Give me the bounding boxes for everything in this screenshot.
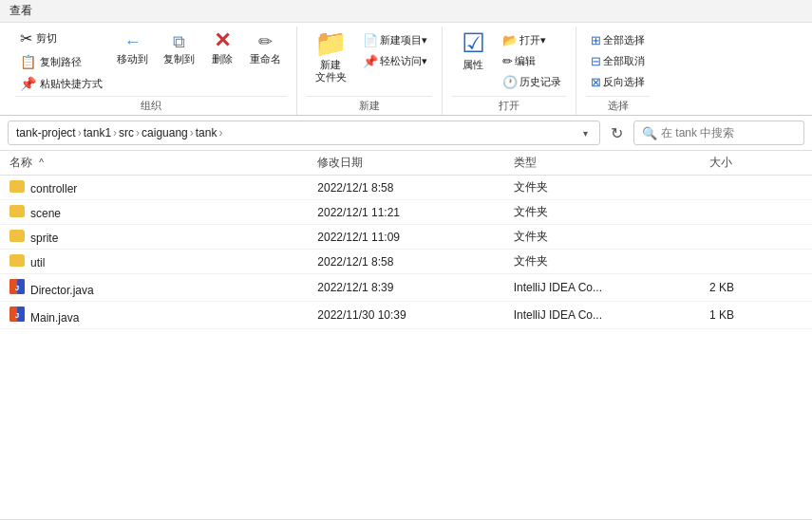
path-segment-4[interactable]: tank (196, 126, 217, 139)
history-button[interactable]: 历史记录 (498, 72, 566, 92)
easy-access-button[interactable]: 轻松访问▾ (358, 51, 432, 71)
new-item-button[interactable]: 新建项目▾ (358, 30, 432, 50)
copy-path-button[interactable]: 复制路径 (15, 51, 107, 72)
svg-text:J: J (15, 284, 19, 292)
file-list: 名称 ^ 修改日期 类型 大小 controller2022/12/1 8:58… (0, 151, 812, 519)
copy-button[interactable]: 复制到 (158, 27, 200, 69)
col-header-date[interactable]: 修改日期 (308, 151, 503, 176)
file-type: IntelliJ IDEA Co... (504, 274, 700, 302)
rename-button[interactable]: 重命名 (244, 27, 287, 69)
file-name: controller (30, 182, 77, 195)
search-icon: 🔍 (642, 126, 657, 140)
invert-select-button[interactable]: 反向选择 (586, 72, 650, 92)
path-segment-1[interactable]: tank1 (84, 126, 111, 139)
file-area: 名称 ^ 修改日期 类型 大小 controller2022/12/1 8:58… (0, 151, 812, 519)
path-segment-3[interactable]: caiguang (142, 126, 188, 139)
col-header-type[interactable]: 类型 (504, 151, 700, 176)
new-item-icon (363, 33, 378, 47)
edit-icon (502, 54, 513, 68)
file-type: 文件夹 (504, 176, 700, 200)
folder-icon (9, 180, 25, 193)
properties-button[interactable]: 属性 (452, 27, 494, 75)
paste-icon (20, 76, 36, 91)
open-icon (502, 33, 518, 47)
file-size (700, 225, 812, 250)
file-size (700, 176, 812, 200)
file-date: 2022/11/30 10:39 (308, 301, 503, 328)
folder-icon (9, 205, 25, 217)
svg-text:J: J (15, 311, 19, 320)
java-icon: J (9, 279, 25, 294)
cut-icon (20, 29, 32, 47)
address-dropdown-arrow[interactable]: ▾ (579, 128, 592, 139)
file-name: util (30, 256, 45, 269)
move-icon (124, 30, 142, 51)
file-size (700, 250, 812, 274)
table-row[interactable]: sprite2022/12/1 11:09文件夹 (0, 225, 812, 250)
folder-icon (9, 230, 25, 242)
table-row[interactable]: JMain.java2022/11/30 10:39IntelliJ IDEA … (0, 301, 812, 328)
cut-button[interactable]: 剪切 (15, 27, 107, 50)
ribbon-toolbar: 剪切 复制路径 粘贴快捷方式 移动到 (0, 23, 812, 115)
file-type: 文件夹 (504, 200, 700, 225)
open-label: 打开 (452, 96, 566, 113)
file-date: 2022/12/1 11:21 (308, 200, 503, 225)
refresh-button[interactable]: ↻ (606, 122, 628, 144)
invert-select-icon (591, 75, 601, 89)
table-row[interactable]: scene2022/12/1 11:21文件夹 (0, 200, 812, 225)
java-icon: J (9, 306, 25, 322)
copy-icon (173, 30, 185, 51)
path-segment-0[interactable]: tank-project (16, 126, 76, 139)
select-all-button[interactable]: 全部选择 (586, 30, 650, 50)
move-button[interactable]: 移动到 (111, 27, 154, 69)
address-bar: tank-project › tank1 › src › caiguang › … (0, 116, 812, 151)
delete-button[interactable]: 删除 (204, 27, 240, 69)
rename-icon (258, 30, 273, 51)
col-header-name[interactable]: 名称 ^ (0, 151, 308, 176)
ribbon-section-new: 新建 文件夹 新建项目▾ 轻松访问▾ 新建 (297, 27, 443, 115)
folder-icon (9, 254, 25, 267)
file-date: 2022/12/1 8:58 (308, 250, 503, 274)
ribbon-section-select: 全部选择 全部取消 反向选择 选择 (576, 27, 659, 115)
new-folder-button[interactable]: 新建 文件夹 (307, 27, 354, 87)
col-header-size[interactable]: 大小 (700, 151, 812, 176)
file-table: 名称 ^ 修改日期 类型 大小 controller2022/12/1 8:58… (0, 151, 812, 329)
file-size (700, 200, 812, 225)
select-label: 选择 (586, 96, 650, 113)
file-name: sprite (30, 232, 58, 245)
paste-shortcut-button[interactable]: 粘贴快捷方式 (15, 73, 107, 94)
file-type: IntelliJ IDEA Co... (504, 301, 700, 328)
ribbon-title: 查看 (0, 0, 812, 23)
open-button[interactable]: 打开▾ (498, 30, 566, 50)
file-name: Main.java (30, 311, 79, 325)
file-name: scene (30, 207, 61, 220)
organize-label: 组织 (15, 96, 287, 113)
file-name: Director.java (30, 284, 94, 297)
new-label: 新建 (307, 96, 432, 113)
file-type: 文件夹 (504, 250, 700, 274)
select-none-icon (591, 54, 601, 68)
select-all-icon (591, 33, 601, 47)
table-row[interactable]: util2022/12/1 8:58文件夹 (0, 250, 812, 274)
new-folder-icon (314, 30, 348, 57)
table-row[interactable]: JDirector.java2022/12/1 8:39IntelliJ IDE… (0, 274, 812, 302)
edit-button[interactable]: 编辑 (498, 51, 566, 71)
table-header-row: 名称 ^ 修改日期 类型 大小 (0, 151, 812, 176)
file-type: 文件夹 (504, 225, 700, 250)
select-none-button[interactable]: 全部取消 (586, 51, 650, 71)
search-box: 🔍 (633, 121, 804, 145)
file-date: 2022/12/1 8:58 (308, 176, 503, 200)
history-icon (502, 75, 518, 89)
easy-access-icon (363, 54, 378, 68)
file-size: 2 KB (700, 274, 812, 302)
properties-icon (462, 30, 485, 57)
path-segment-2[interactable]: src (119, 126, 134, 139)
ribbon-section-open: 属性 打开▾ 编辑 历史记录 打开 (443, 27, 576, 115)
ribbon-section-organize: 剪切 复制路径 粘贴快捷方式 移动到 (6, 27, 297, 115)
address-path[interactable]: tank-project › tank1 › src › caiguang › … (8, 121, 600, 145)
file-date: 2022/12/1 11:09 (308, 225, 503, 250)
table-row[interactable]: controller2022/12/1 8:58文件夹 (0, 176, 812, 200)
file-date: 2022/12/1 8:39 (308, 274, 503, 302)
search-input[interactable] (661, 126, 794, 139)
file-size: 1 KB (700, 301, 812, 328)
